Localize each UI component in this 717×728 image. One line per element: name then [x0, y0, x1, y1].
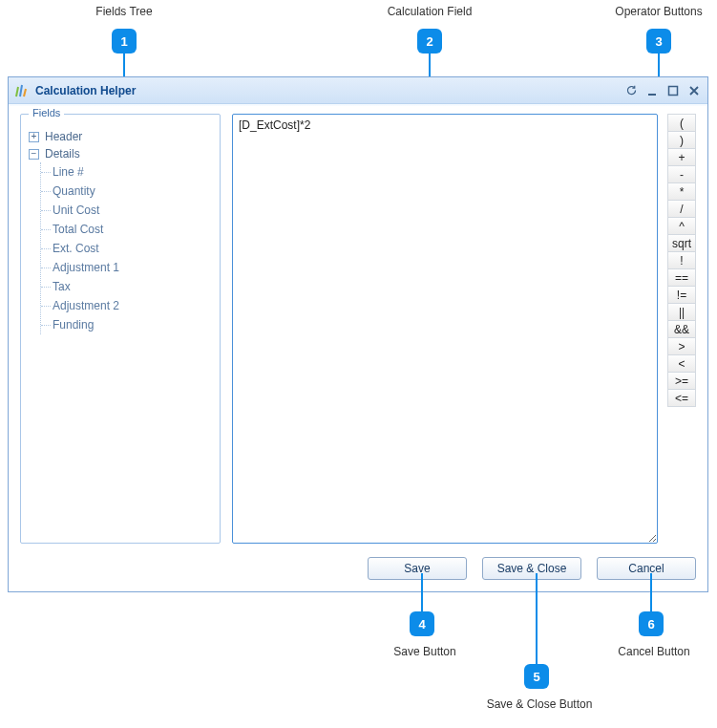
annotation-line-6 — [650, 573, 652, 611]
svg-rect-1 — [669, 86, 678, 95]
annotation-bubble-3: 3 — [646, 29, 671, 54]
op-gte[interactable]: >= — [667, 372, 696, 390]
close-icon[interactable] — [686, 83, 702, 98]
op-or[interactable]: || — [667, 303, 696, 321]
op-plus[interactable]: + — [667, 148, 696, 166]
button-row: Save Save & Close Cancel — [20, 544, 696, 580]
annotation-label-6: Cancel Button — [611, 645, 697, 658]
op-power[interactable]: ^ — [667, 217, 696, 235]
annotation-label-4: Save Button — [387, 645, 463, 658]
main-row: Fields + Header − Details Line # Quantit… — [20, 114, 696, 544]
op-divide[interactable]: / — [667, 200, 696, 218]
fields-panel: Fields + Header − Details Line # Quantit… — [20, 114, 221, 544]
cancel-button[interactable]: Cancel — [597, 557, 696, 580]
calculation-field[interactable] — [232, 114, 658, 544]
window-buttons — [623, 83, 702, 98]
refresh-icon[interactable] — [623, 83, 639, 98]
annotation-bubble-1: 1 — [112, 29, 137, 54]
op-not[interactable]: ! — [667, 251, 696, 269]
app-logo-icon — [14, 83, 30, 98]
calculation-helper-window: Calculation Helper Fields + — [8, 76, 708, 592]
fields-legend: Fields — [29, 107, 64, 118]
tree-leaf[interactable]: Line # — [53, 162, 212, 182]
annotation-label-5: Save & Close Button — [482, 697, 597, 711]
tree-leaf[interactable]: Total Cost — [53, 220, 212, 239]
tree-node-header[interactable]: + Header — [29, 128, 212, 145]
annotation-bubble-2: 2 — [417, 29, 442, 54]
op-open-paren[interactable]: ( — [667, 114, 696, 132]
annotation-line-5 — [536, 573, 538, 664]
tree-leaf[interactable]: Tax — [53, 277, 212, 296]
save-button[interactable]: Save — [368, 557, 467, 580]
window-content: Fields + Header − Details Line # Quantit… — [9, 104, 707, 591]
operator-buttons: ( ) + - * / ^ sqrt ! == != || && > < >= — [667, 114, 696, 544]
collapse-icon[interactable]: − — [29, 149, 39, 160]
tree-leaf[interactable]: Quantity — [53, 182, 212, 201]
annotation-label-3: Operator Buttons — [611, 5, 706, 18]
op-multiply[interactable]: * — [667, 182, 696, 201]
op-minus[interactable]: - — [667, 165, 696, 183]
tree-children-details: Line # Quantity Unit Cost Total Cost Ext… — [40, 162, 212, 334]
op-neq[interactable]: != — [667, 286, 696, 304]
annotation-line-4 — [421, 573, 423, 611]
expand-icon[interactable]: + — [29, 132, 39, 142]
annotation-bubble-5: 5 — [524, 664, 549, 689]
maximize-icon[interactable] — [665, 83, 681, 98]
op-eq[interactable]: == — [667, 268, 696, 287]
minimize-icon[interactable] — [644, 83, 660, 98]
annotation-label-1: Fields Tree — [86, 5, 162, 18]
save-close-button[interactable]: Save & Close — [482, 557, 581, 580]
tree-leaf[interactable]: Unit Cost — [53, 201, 212, 220]
titlebar: Calculation Helper — [9, 77, 707, 104]
tree-leaf[interactable]: Adjustment 2 — [53, 296, 212, 315]
window-title: Calculation Helper — [35, 84, 623, 97]
op-lt[interactable]: < — [667, 354, 696, 373]
op-close-paren[interactable]: ) — [667, 131, 696, 149]
calculation-area: ( ) + - * / ^ sqrt ! == != || && > < >= — [232, 114, 696, 544]
annotation-bubble-4: 4 — [410, 611, 434, 636]
tree-node-label: Header — [45, 130, 82, 143]
tree-leaf[interactable]: Funding — [53, 315, 212, 334]
tree-node-label: Details — [45, 147, 80, 161]
tree-leaf[interactable]: Ext. Cost — [53, 239, 212, 258]
op-and[interactable]: && — [667, 320, 696, 338]
fields-tree: + Header − Details Line # Quantity Unit … — [29, 128, 212, 334]
annotation-label-2: Calculation Field — [382, 5, 477, 18]
annotation-bubble-6: 6 — [639, 611, 664, 636]
svg-rect-0 — [648, 94, 656, 96]
op-gt[interactable]: > — [667, 337, 696, 355]
op-sqrt[interactable]: sqrt — [667, 234, 696, 252]
tree-node-details[interactable]: − Details — [29, 145, 212, 162]
op-lte[interactable]: <= — [667, 389, 696, 407]
tree-leaf[interactable]: Adjustment 1 — [53, 258, 212, 277]
